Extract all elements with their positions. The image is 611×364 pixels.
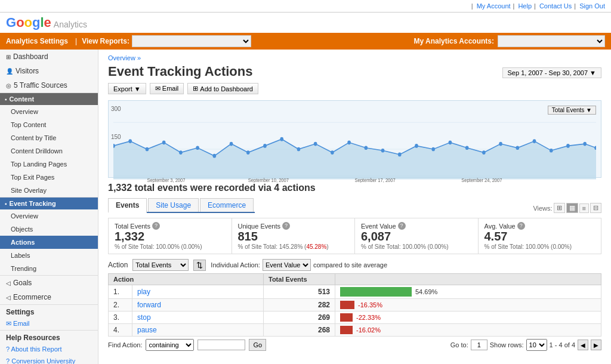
- svg-point-12: [246, 150, 250, 155]
- export-button[interactable]: Export ▼: [108, 83, 146, 94]
- sidebar-item-labels[interactable]: Labels: [0, 249, 98, 262]
- add-dashboard-button[interactable]: ⊞ Add to Dashboard: [187, 83, 258, 94]
- view-list-icon[interactable]: ≡: [579, 203, 589, 213]
- action-link[interactable]: forward: [137, 301, 161, 309]
- sort-button[interactable]: ⇅: [193, 260, 206, 271]
- sidebar-item-objects[interactable]: Objects: [0, 223, 98, 236]
- svg-point-9: [196, 146, 199, 150]
- view-grid-icon[interactable]: ⊞: [554, 203, 565, 213]
- action-link[interactable]: stop: [137, 313, 151, 322]
- date-range-button[interactable]: Sep 1, 2007 - Sep 30, 2007 ▼: [502, 67, 602, 78]
- show-rows-select[interactable]: 10 25 50: [526, 339, 547, 351]
- prev-page-button[interactable]: ◀: [578, 340, 588, 350]
- email-link[interactable]: ✉ Email: [6, 320, 30, 327]
- sidebar-item-trending[interactable]: Trending: [0, 262, 98, 275]
- sign-out-link[interactable]: Sign Out: [579, 2, 605, 10]
- row-action: pause: [132, 324, 264, 337]
- row-num: 3.: [109, 311, 132, 324]
- svg-point-10: [213, 154, 217, 158]
- event-tracking-header[interactable]: ▪ Event Tracking: [0, 198, 98, 209]
- help-link[interactable]: Help: [518, 2, 532, 10]
- content-by-title-label: Content by Title: [11, 134, 56, 141]
- svg-point-26: [482, 150, 486, 155]
- sidebar-item-site-overlay[interactable]: Site Overlay: [0, 184, 98, 197]
- sidebar-item-actions[interactable]: Actions: [0, 236, 98, 249]
- action-link[interactable]: play: [137, 288, 150, 296]
- contact-us-link[interactable]: Contact Us: [539, 2, 572, 10]
- unique-events-label: Unique Events: [238, 223, 281, 230]
- goto-input[interactable]: [471, 340, 487, 350]
- find-select[interactable]: containing starting with ending with: [146, 339, 194, 351]
- dashboard-icon: ⊞: [6, 54, 11, 60]
- metric-select[interactable]: Total Events Unique Events: [132, 259, 189, 271]
- find-input[interactable]: [198, 340, 245, 350]
- labels-label: Labels: [11, 252, 30, 259]
- view-reports-select[interactable]: [132, 35, 251, 47]
- svg-point-19: [364, 146, 368, 150]
- sidebar-item-about-report[interactable]: ? About this Report: [0, 343, 98, 355]
- content-section-label: Content: [10, 95, 35, 103]
- sidebar-item-top-landing[interactable]: Top Landing Pages: [0, 158, 98, 171]
- action-link[interactable]: pause: [137, 326, 157, 334]
- top-landing-label: Top Landing Pages: [11, 161, 67, 168]
- individual-action-area: Individual Action: Event Value compared …: [211, 259, 387, 271]
- sidebar-item-conversion-uni[interactable]: ? Conversion University: [0, 355, 98, 364]
- sidebar-item-visitors[interactable]: 👤 Visitors: [0, 64, 98, 78]
- sidebar-item-event-overview[interactable]: Overview: [0, 209, 98, 223]
- row-num: 4.: [109, 324, 132, 337]
- total-events-dropdown[interactable]: Total Events ▼: [548, 106, 596, 115]
- avg-value-help-icon[interactable]: ?: [517, 222, 525, 230]
- tab-events[interactable]: Events: [108, 198, 147, 213]
- sidebar-item-content-by-title[interactable]: Content by Title: [0, 131, 98, 144]
- my-analytics-label: My Analytics Accounts:: [414, 37, 494, 45]
- unique-events-help-icon[interactable]: ?: [282, 222, 290, 230]
- svg-point-20: [381, 149, 385, 153]
- conversion-uni-link[interactable]: ? Conversion University: [6, 357, 75, 364]
- sidebar-item-traffic-sources[interactable]: ◎ 5 Traffic Sources: [0, 78, 98, 92]
- top-exit-label: Top Exit Pages: [11, 174, 54, 181]
- views-label: Views:: [533, 205, 552, 212]
- email-button[interactable]: ✉ Email: [150, 83, 184, 94]
- individual-action-select[interactable]: Event Value: [263, 259, 311, 271]
- content-section-header[interactable]: ▪ Content: [0, 93, 98, 105]
- chart-y-mid: 150: [111, 134, 121, 140]
- breadcrumb-overview-link[interactable]: Overview »: [108, 54, 141, 61]
- sidebar-item-content-drilldown[interactable]: Content Drilldown: [0, 144, 98, 158]
- sidebar-item-goals[interactable]: ◁ Goals: [0, 276, 98, 290]
- my-account-link[interactable]: My Account: [477, 2, 511, 10]
- sidebar-section-goals: ◁ Goals ◁ Ecommerce: [0, 276, 98, 305]
- event-tracking-label: Event Tracking: [10, 200, 56, 207]
- avg-value-value: 4.57: [485, 230, 595, 243]
- go-button[interactable]: Go: [249, 339, 266, 351]
- my-analytics-select[interactable]: [498, 35, 605, 47]
- next-page-button[interactable]: ▶: [591, 340, 601, 350]
- about-report-link[interactable]: ? About this Report: [6, 346, 62, 353]
- total-events-help-icon[interactable]: ?: [152, 222, 160, 230]
- event-value-help-icon[interactable]: ?: [398, 222, 406, 230]
- top-nav-separator: |: [471, 2, 473, 10]
- sidebar-section-content: ▪ Content Overview Top Content Content b…: [0, 93, 98, 198]
- view-bar-icon[interactable]: ▦: [566, 203, 578, 213]
- table-row: 3.stop269-22.33%: [109, 311, 601, 324]
- tab-site-usage[interactable]: Site Usage: [148, 198, 199, 212]
- svg-point-18: [347, 140, 351, 144]
- sidebar-item-ecommerce[interactable]: ◁ Ecommerce: [0, 290, 98, 304]
- top-nav: | My Account | Help | Contact Us | Sign …: [0, 0, 611, 13]
- svg-point-7: [162, 140, 166, 144]
- event-overview-label: Overview: [11, 212, 38, 220]
- sidebar-item-email[interactable]: ✉ Email: [0, 317, 98, 330]
- sidebar-item-top-content[interactable]: Top Content: [0, 118, 98, 131]
- toolbar-right: My Analytics Accounts:: [414, 35, 605, 47]
- unique-events-value: 815: [238, 230, 349, 243]
- view-compare-icon[interactable]: ⊟: [590, 203, 601, 213]
- chart-container: Total Events ▼ 300 150: [108, 100, 601, 178]
- svg-point-32: [583, 142, 587, 146]
- metric-avg-value: Avg. Value ? 4.57 % of Site Total: 100.0…: [479, 218, 601, 254]
- sidebar-item-overview[interactable]: Overview: [0, 105, 98, 118]
- analytics-settings-link[interactable]: Analytics Settings: [6, 37, 68, 45]
- content-drilldown-label: Content Drilldown: [11, 147, 63, 155]
- sidebar-item-dashboard[interactable]: ⊞ Dashboard: [0, 50, 98, 64]
- tab-ecommerce[interactable]: Ecommerce: [200, 198, 254, 212]
- sidebar-item-top-exit[interactable]: Top Exit Pages: [0, 171, 98, 184]
- ecommerce-label: Ecommerce: [13, 293, 51, 301]
